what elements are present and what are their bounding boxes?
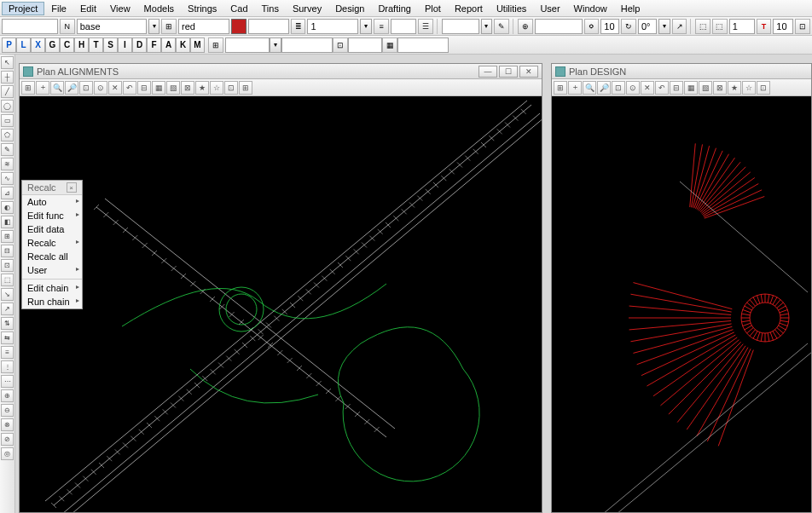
view-btn-12[interactable]: ★ [195, 81, 209, 95]
context-menu-close-icon[interactable]: × [67, 182, 77, 193]
view-btn-14[interactable]: ⊡ [224, 81, 238, 95]
view-btn-4[interactable]: ⊡ [79, 81, 93, 95]
left-tool-5[interactable]: ⬠ [1, 129, 14, 141]
num-c-field[interactable] [773, 19, 793, 34]
lock-icon[interactable]: ⭘ [584, 19, 600, 34]
view-btn-10[interactable]: ▧ [699, 81, 712, 95]
menu-report[interactable]: Report [448, 2, 490, 15]
view-btn-14[interactable]: ⊡ [757, 81, 770, 95]
view-btn-5[interactable]: ⊙ [626, 81, 640, 95]
menu-item-auto[interactable]: Auto [22, 195, 82, 209]
menu-project[interactable]: Project [2, 2, 44, 15]
view-btn-6[interactable]: ✕ [641, 81, 654, 95]
left-tool-4[interactable]: ▭ [1, 114, 14, 127]
menu-survey[interactable]: Survey [286, 2, 328, 15]
snap-f[interactable]: F [147, 37, 161, 53]
snap-x[interactable]: X [31, 37, 45, 53]
view-btn-5[interactable]: ⊙ [94, 81, 107, 95]
menu-window[interactable]: Window [567, 2, 614, 15]
field-3[interactable] [248, 19, 289, 34]
left-tool-24[interactable]: ⊖ [1, 404, 14, 417]
end-icon[interactable]: ⊡ [795, 19, 810, 34]
left-tool-8[interactable]: ∿ [1, 172, 14, 185]
menu-utilities[interactable]: Utilities [490, 2, 533, 15]
layer-field[interactable] [77, 19, 147, 34]
view-btn-1[interactable]: ＋ [36, 81, 49, 95]
left-tool-21[interactable]: ⋮ [1, 360, 14, 373]
weight-icon[interactable]: ≡ [374, 19, 389, 34]
view-btn-0[interactable]: ⊞ [21, 81, 35, 95]
snap-s[interactable]: S [103, 37, 118, 53]
left-tool-25[interactable]: ⊗ [1, 418, 14, 431]
left-tool-27[interactable]: ◎ [1, 447, 14, 460]
left-tool-17[interactable]: ↗ [1, 303, 14, 315]
layer-pick-icon[interactable]: ⊞ [161, 19, 177, 34]
left-tool-26[interactable]: ⊘ [1, 433, 14, 446]
left-tool-19[interactable]: ⇆ [1, 331, 14, 344]
field-6-dropdown[interactable]: ▾ [481, 19, 493, 34]
snap-i[interactable]: I [118, 37, 132, 53]
color-swatch[interactable] [231, 19, 246, 34]
menu-item-edit-data[interactable]: Edit data [22, 222, 82, 236]
snap-t[interactable]: T [89, 37, 103, 53]
left-tool-13[interactable]: ⊟ [1, 245, 14, 257]
angle-pick-icon[interactable]: ↗ [672, 19, 687, 34]
view-btn-11[interactable]: ⊠ [181, 81, 194, 95]
menu-item-recalc-all[interactable]: Recalc all [22, 250, 82, 263]
menu-item-user[interactable]: User [22, 263, 82, 277]
coord-1-dropdown[interactable]: ▾ [270, 37, 281, 53]
coord-field-2[interactable] [281, 37, 333, 53]
rotate-icon[interactable]: ↻ [621, 19, 636, 34]
menu-item-edit-func[interactable]: Edit func [22, 209, 82, 222]
view-btn-13[interactable]: ☆ [742, 81, 756, 95]
context-menu-header[interactable]: Recalc × [22, 181, 82, 195]
t-button[interactable]: T [757, 19, 772, 34]
coord-field-1[interactable] [225, 37, 270, 53]
left-tool-9[interactable]: ⊿ [1, 187, 14, 199]
snap-c[interactable]: C [60, 37, 74, 53]
view-btn-13[interactable]: ☆ [210, 81, 223, 95]
field-7[interactable] [535, 19, 583, 34]
snap-extra-icon[interactable]: ⊞ [208, 37, 223, 53]
coord-pick-icon[interactable]: ⊡ [333, 37, 348, 53]
snap-b-icon[interactable]: ⬚ [712, 19, 728, 34]
layer-dropdown[interactable]: ▾ [148, 19, 160, 34]
coord-field-3[interactable] [348, 37, 382, 53]
weight-field[interactable] [307, 19, 358, 34]
left-tool-7[interactable]: ≋ [1, 158, 14, 170]
target-icon[interactable]: ⊕ [518, 19, 533, 34]
maximize-button[interactable]: ☐ [499, 66, 518, 78]
left-tool-18[interactable]: ⇅ [1, 317, 14, 330]
view-btn-1[interactable]: ＋ [568, 81, 582, 95]
weight-dropdown[interactable]: ▾ [360, 19, 372, 34]
left-tool-10[interactable]: ◐ [1, 201, 14, 214]
num-b-field[interactable] [729, 19, 755, 34]
field-5[interactable] [391, 19, 416, 34]
snap-p[interactable]: P [2, 37, 16, 53]
menu-file[interactable]: File [44, 2, 73, 15]
snap-h[interactable]: H [74, 37, 89, 53]
angle-dropdown[interactable]: ▾ [658, 19, 670, 34]
angle-field[interactable] [638, 19, 657, 34]
field-6[interactable] [442, 19, 479, 34]
menu-strings[interactable]: Strings [181, 2, 223, 15]
menu-item-recalc[interactable]: Recalc [22, 236, 82, 250]
left-tool-6[interactable]: ✎ [1, 143, 14, 156]
left-tool-22[interactable]: ⋯ [1, 375, 14, 388]
coord-extra-icon[interactable]: ▦ [382, 37, 397, 53]
view-btn-6[interactable]: ✕ [108, 81, 122, 95]
view-btn-7[interactable]: ↶ [123, 81, 136, 95]
snap-g[interactable]: G [45, 37, 60, 53]
view-btn-2[interactable]: 🔍 [50, 81, 64, 95]
menu-drafting[interactable]: Drafting [371, 2, 418, 15]
menu-design[interactable]: Design [328, 2, 371, 15]
view-btn-10[interactable]: ▧ [166, 81, 180, 95]
color-field[interactable] [178, 19, 229, 34]
view-btn-11[interactable]: ⊠ [713, 81, 727, 95]
left-tool-23[interactable]: ⊕ [1, 389, 14, 402]
view-btn-4[interactable]: ⊡ [612, 81, 625, 95]
view-btn-8[interactable]: ⊟ [670, 81, 683, 95]
menu-edit[interactable]: Edit [73, 2, 103, 15]
left-tool-16[interactable]: ↘ [1, 288, 14, 301]
snap-a[interactable]: A [161, 37, 176, 53]
